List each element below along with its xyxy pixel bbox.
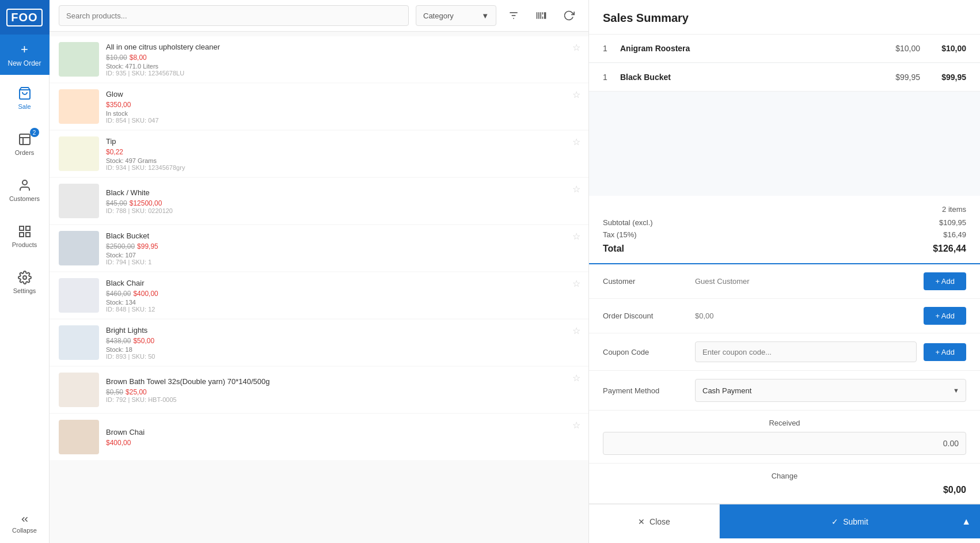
sidebar-item-orders[interactable]: 2 Orders xyxy=(0,121,50,167)
favorite-icon[interactable]: ☆ xyxy=(572,373,580,383)
favorite-icon[interactable]: ☆ xyxy=(572,420,580,431)
sidebar-item-products-label: Products xyxy=(12,241,37,248)
tax-value: $16,49 xyxy=(943,230,966,239)
favorite-icon[interactable]: ☆ xyxy=(572,325,580,336)
coupon-label: Coupon Code xyxy=(603,348,695,356)
collapse-label: Collapse xyxy=(12,527,37,534)
svg-rect-1 xyxy=(20,134,30,145)
order-item-qty: 1 xyxy=(603,73,620,82)
list-item[interactable]: Tip $0,22 Stock: 497 Grams ID: 934 | SKU… xyxy=(50,131,588,177)
product-price: $400,00 xyxy=(106,439,131,447)
product-name: Black Bucket xyxy=(106,231,572,240)
favorite-icon[interactable]: ☆ xyxy=(572,278,580,289)
product-thumbnail xyxy=(59,420,99,454)
change-label: Change xyxy=(603,472,966,480)
coupon-input[interactable] xyxy=(695,341,917,362)
barcode-icon[interactable] xyxy=(531,5,552,26)
favorite-icon[interactable]: ☆ xyxy=(572,89,580,100)
product-price: $0,22 xyxy=(106,148,123,156)
add-discount-button[interactable]: + Add xyxy=(924,307,966,325)
list-item[interactable]: All in one citrus upholstery cleaner $10… xyxy=(50,36,588,82)
subtotal-row: Subtotal (excl.) $109,95 xyxy=(603,218,966,227)
collapse-icon xyxy=(20,514,30,525)
svg-point-9 xyxy=(23,276,26,279)
category-select[interactable]: Category ▼ xyxy=(416,5,496,26)
product-id-sku: ID: 788 | SKU: 0220120 xyxy=(106,207,572,214)
orders-badge: 2 xyxy=(30,128,39,137)
order-item-unit-price: $10,00 xyxy=(874,44,920,53)
topbar: Category ▼ xyxy=(50,0,588,32)
discount-row: Order Discount $0,00 + Add xyxy=(589,299,980,333)
product-id-sku: ID: 794 | SKU: 1 xyxy=(106,259,572,265)
add-coupon-button[interactable]: + Add xyxy=(924,343,966,361)
filter-icon[interactable] xyxy=(503,5,524,26)
favorite-icon[interactable]: ☆ xyxy=(572,42,580,53)
product-price-row: $438,00$50,00 xyxy=(106,336,572,345)
product-price-new: $8,00 xyxy=(130,54,147,62)
payment-select[interactable]: Cash Payment Card Payment Bank Transfer xyxy=(695,379,966,402)
payment-row: Payment Method Cash Payment Card Payment… xyxy=(589,371,980,411)
product-price-row: $0,50$25,00 xyxy=(106,388,572,396)
product-info: Tip $0,22 Stock: 497 Grams ID: 934 | SKU… xyxy=(99,137,579,171)
favorite-icon[interactable]: ☆ xyxy=(572,136,580,147)
product-name: Brown Bath Towel 32s(Double yarn) 70*140… xyxy=(106,377,572,386)
list-item[interactable]: Black Bucket $2500,00$99,95 Stock: 107 I… xyxy=(50,225,588,271)
order-item-total: $99,95 xyxy=(920,73,966,82)
order-item-name: Black Bucket xyxy=(620,73,874,82)
order-items: 1 Anigram Roostera $10,00 $10,00 1 Black… xyxy=(589,35,980,196)
sidebar-item-settings[interactable]: Settings xyxy=(0,259,50,305)
product-price-new: $12500,00 xyxy=(130,199,162,207)
close-button[interactable]: ✕ Close xyxy=(589,504,720,538)
product-name: Bright Lights xyxy=(106,326,572,335)
search-input[interactable] xyxy=(59,5,409,26)
add-customer-button[interactable]: + Add xyxy=(924,272,966,290)
sidebar-item-customers[interactable]: Customers xyxy=(0,167,50,213)
product-price-row: $0,22 xyxy=(106,147,572,156)
list-item[interactable]: Bright Lights $438,00$50,00 Stock: 18 ID… xyxy=(50,320,588,366)
product-price-row: $460,00$400,00 xyxy=(106,289,572,298)
sidebar-item-products[interactable]: Products xyxy=(0,213,50,259)
customer-label: Customer xyxy=(603,277,695,286)
product-name: Black Chair xyxy=(106,279,572,287)
items-count: 2 items xyxy=(603,205,966,214)
new-order-button[interactable]: + New Order xyxy=(0,35,50,75)
product-thumbnail xyxy=(59,184,99,218)
submit-button[interactable]: ✓ Submit ▲ xyxy=(720,504,980,538)
summary-totals: 2 items Subtotal (excl.) $109,95 Tax (15… xyxy=(589,196,980,264)
sidebar-item-sale[interactable]: Sale xyxy=(0,75,50,121)
action-bar: ✕ Close ✓ Submit ▲ xyxy=(589,504,980,538)
product-price-row: $45,00$12500,00 xyxy=(106,199,572,207)
svg-rect-5 xyxy=(20,226,24,230)
sidebar-item-orders-label: Orders xyxy=(15,149,35,156)
product-id-sku: ID: 848 | SKU: 12 xyxy=(106,306,572,313)
product-info: Black / White $45,00$12500,00 ID: 788 | … xyxy=(99,188,579,214)
favorite-icon[interactable]: ☆ xyxy=(572,184,580,195)
total-label: Total xyxy=(603,244,624,254)
app-logo[interactable]: FOO xyxy=(0,0,50,35)
close-label: Close xyxy=(649,517,670,526)
list-item[interactable]: Brown Chai $400,00 ☆ xyxy=(50,414,588,460)
list-item[interactable]: Black Chair $460,00$400,00 Stock: 134 ID… xyxy=(50,272,588,318)
tax-label: Tax (15%) xyxy=(603,230,637,239)
product-price: $350,00 xyxy=(106,101,131,109)
collapse-button[interactable]: Collapse xyxy=(12,514,37,534)
payment-select-wrapper: Cash Payment Card Payment Bank Transfer xyxy=(695,379,966,402)
product-name: Tip xyxy=(106,137,572,146)
plus-icon: + xyxy=(21,42,28,57)
orders-icon xyxy=(18,132,32,146)
product-info: All in one citrus upholstery cleaner $10… xyxy=(99,43,579,77)
refresh-icon[interactable] xyxy=(559,5,579,26)
order-item-row: 1 Black Bucket $99,95 $99,95 xyxy=(589,63,980,92)
product-info: Glow $350,00 In stock ID: 854 | SKU: 047 xyxy=(99,90,579,124)
svg-rect-7 xyxy=(26,233,30,237)
received-input[interactable] xyxy=(603,432,966,455)
product-info: Bright Lights $438,00$50,00 Stock: 18 ID… xyxy=(99,326,579,360)
product-price-new: $99,95 xyxy=(137,242,158,250)
list-item[interactable]: Black / White $45,00$12500,00 ID: 788 | … xyxy=(50,178,588,224)
favorite-icon[interactable]: ☆ xyxy=(572,231,580,242)
product-name: All in one citrus upholstery cleaner xyxy=(106,43,572,51)
svg-rect-8 xyxy=(20,233,24,237)
customer-row: Customer Guest Customer + Add xyxy=(589,264,980,299)
list-item[interactable]: Glow $350,00 In stock ID: 854 | SKU: 047… xyxy=(50,83,588,130)
list-item[interactable]: Brown Bath Towel 32s(Double yarn) 70*140… xyxy=(50,367,588,413)
